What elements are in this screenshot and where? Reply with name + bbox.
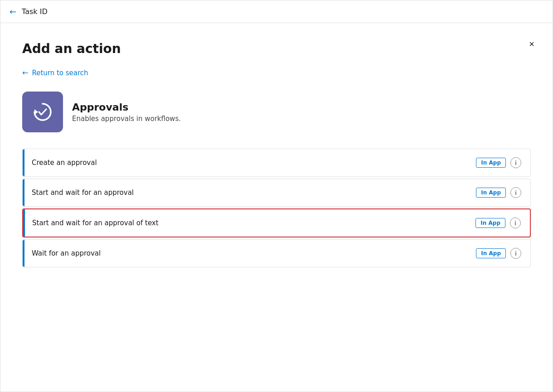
dialog-title: Add an action <box>22 41 531 56</box>
connector-icon <box>22 92 63 132</box>
return-arrow-icon: ← <box>22 69 28 77</box>
in-app-badge-1: In App <box>476 188 506 198</box>
action-right-3: In App i <box>476 248 521 259</box>
action-item-start-wait-approval[interactable]: Start and wait for an approval In App i <box>22 179 531 207</box>
return-to-search-link[interactable]: ← Return to search <box>22 69 531 77</box>
connector-info: Approvals Enables approvals in workflows… <box>72 102 181 123</box>
action-label-1: Start and wait for an approval <box>23 189 134 197</box>
action-label-2: Start and wait for an approval of text <box>23 219 159 227</box>
top-bar: ← Task ID <box>0 0 553 23</box>
close-button[interactable]: × <box>529 39 534 48</box>
approvals-icon <box>31 100 54 124</box>
action-label-0: Create an approval <box>23 159 97 167</box>
in-app-badge-0: In App <box>476 158 506 168</box>
return-to-search-label: Return to search <box>32 69 88 77</box>
in-app-badge-3: In App <box>476 248 506 258</box>
connector-name: Approvals <box>72 102 181 113</box>
main-panel: ← Task ID × Add an action ← Return to se… <box>0 0 553 392</box>
action-item-create-approval[interactable]: Create an approval In App i <box>22 149 531 177</box>
connector-description: Enables approvals in workflows. <box>72 115 181 123</box>
info-icon-1[interactable]: i <box>510 187 521 198</box>
action-right-2: In App i <box>475 218 521 228</box>
action-item-wait-approval[interactable]: Wait for an approval In App i <box>22 239 531 267</box>
action-left-border-2 <box>23 209 25 237</box>
info-icon-2[interactable]: i <box>510 218 521 228</box>
top-bar-title: Task ID <box>22 7 48 16</box>
connector-header: Approvals Enables approvals in workflows… <box>22 92 531 132</box>
main-content: × Add an action ← Return to search Appro <box>0 23 553 392</box>
info-icon-3[interactable]: i <box>510 248 521 259</box>
action-right-0: In App i <box>476 157 521 168</box>
action-label-3: Wait for an approval <box>23 249 101 257</box>
top-bar-back-button[interactable]: ← <box>10 7 16 16</box>
svg-marker-0 <box>34 109 38 115</box>
action-item-start-wait-approval-text[interactable]: Start and wait for an approval of text I… <box>22 208 531 237</box>
info-icon-0[interactable]: i <box>510 157 521 168</box>
action-list: Create an approval In App i Start and wa… <box>22 149 531 267</box>
action-right-1: In App i <box>476 187 521 198</box>
in-app-badge-2: In App <box>475 218 505 228</box>
